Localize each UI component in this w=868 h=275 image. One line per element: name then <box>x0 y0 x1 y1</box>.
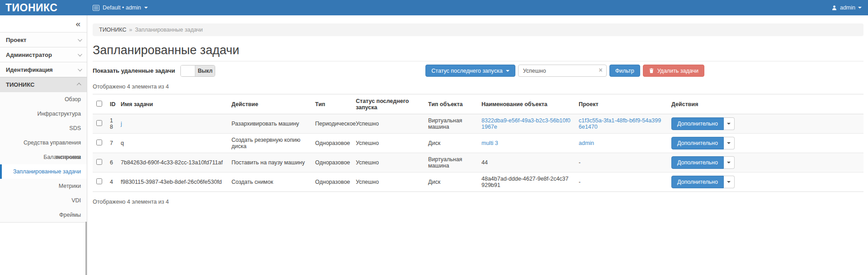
sidebar-item-metrics[interactable]: Метрики <box>0 179 87 193</box>
status-filter-dropdown[interactable]: Статус последнего запуска <box>425 65 515 77</box>
cell-object-type: Виртуальная машина <box>425 153 478 172</box>
chevron-down-icon <box>727 162 731 163</box>
table-row: 4 f9830115-3987-43eb-8def-26c06fe530fd С… <box>93 172 863 192</box>
actions-dropdown-toggle[interactable] <box>724 176 735 188</box>
cell-project: - <box>575 153 668 172</box>
sidebar-section-identity[interactable]: Идентификация <box>0 62 87 77</box>
chevron-down-icon <box>506 70 509 72</box>
sidebar-item-sds[interactable]: SDS <box>0 121 87 135</box>
column-header-type: Тип <box>311 94 352 114</box>
object-name-link[interactable]: multi 3 <box>481 140 498 146</box>
toggle-off-segment: Выкл <box>195 65 215 76</box>
sidebar: « Проект Администратор Идентификация ТИО… <box>0 15 87 275</box>
clear-search-icon[interactable]: × <box>599 67 602 73</box>
column-header-id: ID <box>106 94 117 114</box>
sidebar-collapse-button[interactable]: « <box>75 19 80 28</box>
show-deleted-label: Показать удаленные задачи <box>93 67 175 74</box>
sidebar-section-project[interactable]: Проект <box>0 33 87 47</box>
column-header-actions: Действия <box>668 94 863 114</box>
row-checkbox[interactable] <box>96 120 102 126</box>
cell-task-name: f9830115-3987-43eb-8def-26c06fe530fd <box>117 172 228 192</box>
cell-action: Создать снимок <box>228 172 311 192</box>
select-all-checkbox[interactable] <box>96 101 102 107</box>
sidebar-item-frames[interactable]: Фреймы <box>0 208 87 222</box>
cell-action: Поставить на паузу машину <box>228 153 311 172</box>
chevron-down-icon <box>727 142 731 144</box>
more-actions-button[interactable]: Дополнительно <box>671 117 724 130</box>
row-checkbox[interactable] <box>96 140 102 145</box>
sidebar-section-admin[interactable]: Администратор <box>0 47 87 62</box>
list-icon <box>93 5 99 11</box>
more-actions-button[interactable]: Дополнительно <box>671 176 724 188</box>
column-header-action: Действие <box>228 94 311 114</box>
cell-task-name: 7b84263d-690f-4c33-82cc-13a10fd711af <box>117 153 228 172</box>
cell-id: 7 <box>106 134 117 153</box>
cell-type: Одноразовое <box>311 153 352 172</box>
sidebar-scrollbar[interactable] <box>85 222 87 275</box>
project-context-switcher[interactable]: Default • admin <box>93 5 148 11</box>
sidebar-item-balancing[interactable]: Балансировка <box>0 150 87 164</box>
user-menu[interactable]: admin <box>831 5 862 11</box>
trash-icon <box>649 68 654 74</box>
cell-object-name: 48a4b7ad-ddde-4627-9e8f-2c4c37929b91 <box>478 172 575 192</box>
column-header-object-type: Тип объекта <box>425 94 478 114</box>
table-toolbar: Показать удаленные задачи Выкл Статус по… <box>93 65 863 77</box>
chevron-down-icon <box>727 123 731 125</box>
chevron-down-icon <box>727 181 731 183</box>
breadcrumb-current: Запланированные задачи <box>135 27 203 33</box>
filter-button[interactable]: Фильтр <box>609 65 640 77</box>
project-link[interactable]: c1f3c55a-3fa1-48fb-b6f9-54a3996e1470 <box>579 117 661 130</box>
chevron-down-icon <box>144 7 148 9</box>
filter-search-input[interactable] <box>518 65 607 77</box>
breadcrumb: ТИОНИКС»Запланированные задачи <box>93 23 863 36</box>
sidebar-item-scheduled-tasks[interactable]: Запланированные задачи <box>0 164 87 179</box>
cell-type: Одноразовое <box>311 134 352 153</box>
main-content: ТИОНИКС»Запланированные задачи Запланиро… <box>87 15 868 275</box>
actions-dropdown-toggle[interactable] <box>724 156 735 169</box>
breadcrumb-separator: » <box>129 27 132 33</box>
sidebar-section-tionix[interactable]: ТИОНИКС <box>0 77 87 92</box>
cell-task-name: q <box>117 134 228 153</box>
breadcrumb-root-link[interactable]: ТИОНИКС <box>99 27 127 33</box>
context-label: Default • admin <box>103 5 141 11</box>
project-link[interactable]: admin <box>579 140 594 146</box>
top-header-bar: ТИОНИКС Default • admin admin <box>0 0 868 15</box>
chevron-down-icon <box>78 37 82 42</box>
toggle-on-segment <box>181 65 195 76</box>
sidebar-item-vdi[interactable]: VDI <box>0 193 87 208</box>
row-checkbox[interactable] <box>96 159 102 165</box>
chevron-up-icon <box>77 83 81 87</box>
table-summary-top: Отображено 4 элемента из 4 <box>93 84 863 90</box>
cell-action: Разархивировать машину <box>228 114 311 134</box>
table-row: 18 j Разархивировать машину Периодическо… <box>93 114 863 134</box>
actions-dropdown-toggle[interactable] <box>724 137 735 149</box>
column-header-name: Имя задачи <box>117 94 228 114</box>
more-actions-button[interactable]: Дополнительно <box>671 156 724 169</box>
user-icon <box>831 5 837 11</box>
user-label: admin <box>840 5 855 11</box>
show-deleted-toggle[interactable]: Выкл <box>180 65 215 77</box>
delete-tasks-button[interactable]: Удалить задачи <box>643 65 704 77</box>
cell-object-type: Виртуальная машина <box>425 114 478 134</box>
chevron-down-icon <box>858 7 862 9</box>
page-title: Запланированные задачи <box>93 43 863 58</box>
column-header-project: Проект <box>575 94 668 114</box>
row-checkbox[interactable] <box>96 178 102 184</box>
actions-dropdown-toggle[interactable] <box>724 117 735 130</box>
brand-logo: ТИОНИКС <box>5 2 57 14</box>
cell-object-type: Диск <box>425 134 478 153</box>
scheduled-tasks-table: ID Имя задачи Действие Тип Статус послед… <box>93 94 863 192</box>
cell-status: Успешно <box>352 172 425 192</box>
sidebar-item-infrastructure[interactable]: Инфраструктура <box>0 107 87 121</box>
table-row: 7 q Создать резервную копию диска Однора… <box>93 134 863 153</box>
object-name-link[interactable]: 8322dba9-e56f-49a3-b2c3-56b10f01967e <box>481 117 571 130</box>
chevron-down-icon <box>78 52 82 56</box>
task-name-link[interactable]: j <box>121 121 122 127</box>
chevron-down-icon <box>78 67 82 71</box>
table-row: 6 7b84263d-690f-4c33-82cc-13a10fd711af П… <box>93 153 863 172</box>
sidebar-item-power-management[interactable]: Средства управления питанием <box>0 135 87 150</box>
cell-type: Одноразовое <box>311 172 352 192</box>
column-header-status: Статус последнего запуска <box>352 94 425 114</box>
more-actions-button[interactable]: Дополнительно <box>671 137 724 149</box>
sidebar-item-overview[interactable]: Обзор <box>0 92 87 107</box>
